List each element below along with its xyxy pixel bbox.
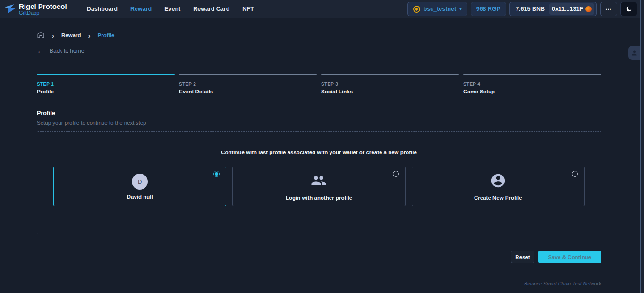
rigel-logo-icon [4, 3, 16, 15]
radio-selected-icon[interactable] [213, 171, 220, 177]
chooser-prompt: Continue with last profile associated wi… [53, 150, 585, 155]
option-label: Create New Profile [474, 195, 522, 201]
avatar: D [132, 174, 148, 190]
profile-options: D David null Login with another profile [53, 167, 585, 206]
wallet-address-badge[interactable]: 0x11...131F [549, 3, 594, 15]
vertical-scrollbar[interactable] [640, 0, 644, 293]
profile-chooser-panel: Continue with last profile associated wi… [37, 131, 601, 234]
stepper: STEP 1 Profile STEP 2 Event Details STEP… [37, 74, 601, 94]
people-icon [311, 173, 327, 191]
option-label: Login with another profile [286, 195, 352, 201]
option-last-profile[interactable]: D David null [53, 167, 226, 206]
page-subtitle: Setup your profile to continue to the ne… [37, 120, 601, 126]
network-selector[interactable]: bsc_testnet ▾ [407, 2, 467, 16]
brand-subtitle: GiftDapp [19, 10, 67, 16]
nav-reward[interactable]: Reward [130, 6, 152, 12]
network-footer-note: Binance Smart Chain Test Network [37, 281, 601, 286]
nav-dashboard[interactable]: Dashboard [87, 6, 118, 12]
chevron-right-icon: › [88, 32, 91, 39]
section-header: Profile Setup your profile to continue t… [37, 110, 601, 126]
step-label: STEP 2 [179, 82, 317, 87]
step-label: STEP 3 [321, 82, 459, 87]
step-progress-bar [463, 74, 601, 75]
step-progress-bar [37, 74, 175, 75]
app-root: Rigel Protocol GiftDapp Dashboard Reward… [0, 0, 644, 293]
chevron-right-icon: › [52, 32, 54, 39]
moon-icon [626, 6, 632, 12]
network-label: bsc_testnet [424, 6, 456, 12]
navbar: Rigel Protocol GiftDapp Dashboard Reward… [0, 0, 640, 18]
step-progress-bar [321, 74, 459, 75]
wallet-balance-group: 7.615 BNB 0x11...131F [509, 2, 597, 16]
step-label: STEP 1 [37, 82, 175, 87]
step-label: STEP 4 [463, 82, 601, 87]
reset-button[interactable]: Reset [511, 251, 534, 263]
page-title: Profile [37, 110, 601, 117]
step-1-profile[interactable]: STEP 1 Profile [37, 74, 175, 94]
bnb-balance: 7.615 BNB [516, 6, 545, 12]
wallet-identicon [585, 6, 592, 12]
theme-toggle-button[interactable] [620, 2, 637, 16]
nav-reward-card[interactable]: Reward Card [193, 6, 229, 12]
more-menu-button[interactable]: ⋯ [600, 2, 617, 16]
back-to-home-label: Back to home [50, 48, 84, 54]
person-circle-icon [490, 173, 506, 191]
breadcrumb-profile[interactable]: Profile [98, 33, 115, 38]
bnb-coin-icon [413, 6, 420, 13]
option-create-new-profile[interactable]: Create New Profile [412, 167, 585, 206]
step-title: Social Links [321, 89, 459, 94]
option-login-another-profile[interactable]: Login with another profile [232, 167, 405, 206]
home-icon[interactable] [37, 31, 45, 41]
step-2-event-details[interactable]: STEP 2 Event Details [179, 74, 317, 94]
main-content: › Reward › Profile ← Back to home STEP 1… [0, 19, 640, 293]
back-arrow-icon: ← [37, 47, 44, 54]
navbar-right: bsc_testnet ▾ 968 RGP 7.615 BNB 0x11...1… [407, 2, 637, 16]
nav-nft[interactable]: NFT [242, 6, 254, 12]
wallet-address: 0x11...131F [552, 6, 583, 12]
step-title: Profile [37, 89, 175, 94]
option-label: David null [127, 194, 153, 200]
floating-profile-button[interactable] [628, 46, 640, 60]
step-3-social-links[interactable]: STEP 3 Social Links [321, 74, 459, 94]
breadcrumb: › Reward › Profile [37, 31, 601, 40]
brand-text: Rigel Protocol GiftDapp [19, 3, 67, 16]
save-continue-button[interactable]: Save & Continue [538, 251, 601, 263]
step-progress-bar [179, 74, 317, 75]
brand-title: Rigel Protocol [19, 3, 67, 10]
radio-unselected-icon[interactable] [393, 171, 399, 177]
brand[interactable]: Rigel Protocol GiftDapp [4, 3, 67, 16]
step-title: Event Details [179, 89, 317, 94]
radio-unselected-icon[interactable] [572, 171, 578, 177]
nav-event[interactable]: Event [164, 6, 180, 12]
rgp-balance[interactable]: 968 RGP [471, 2, 506, 16]
main-nav: Dashboard Reward Event Reward Card NFT [87, 6, 254, 12]
step-title: Game Setup [463, 89, 601, 94]
breadcrumb-reward[interactable]: Reward [61, 33, 81, 38]
form-actions: Reset Save & Continue [37, 251, 601, 263]
back-to-home-link[interactable]: ← Back to home [37, 47, 84, 54]
step-4-game-setup[interactable]: STEP 4 Game Setup [463, 74, 601, 94]
chevron-down-icon: ▾ [459, 7, 462, 11]
person-icon [631, 50, 638, 57]
